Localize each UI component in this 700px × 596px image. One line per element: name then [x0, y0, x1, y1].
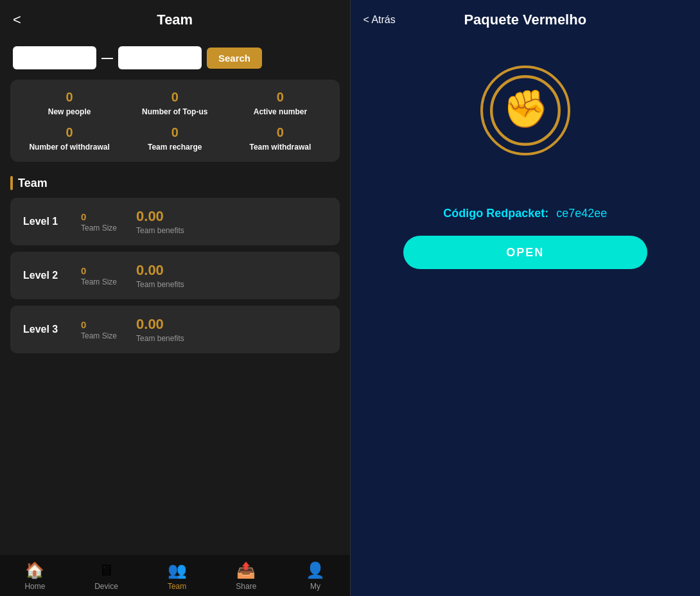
nav-item-my[interactable]: 👤 My	[306, 561, 325, 591]
stat-item: 0 Team recharge	[122, 125, 227, 152]
logo-icon: ✊	[490, 75, 561, 146]
nav-label-my: My	[310, 582, 320, 591]
level-name: Level 2	[23, 270, 62, 281]
redpacket-code-container: Código Redpacket: ce7e42ee	[443, 207, 607, 220]
search-input-from[interactable]	[13, 46, 96, 69]
nav-label-device: Device	[94, 582, 118, 591]
level-size-value: 0	[81, 265, 86, 276]
nav-label-share: Share	[236, 582, 256, 591]
nav-item-team[interactable]: 👥 Team	[168, 561, 187, 591]
stat-item: 0 Team withdrawal	[227, 125, 333, 152]
team-section-title: Team	[18, 177, 48, 190]
level-size-label: Team Size	[81, 331, 117, 340]
nav-icon-team: 👥	[168, 561, 187, 579]
right-page-title: Paquete Vermelho	[464, 12, 586, 28]
search-button[interactable]: Search	[207, 48, 262, 69]
stat-label: Team recharge	[148, 143, 202, 152]
level-cards-container: Level 1 0 Team Size 0.00 Team benefits L…	[0, 198, 350, 555]
open-button[interactable]: OPEN	[403, 236, 647, 269]
level-card: Level 2 0 Team Size 0.00 Team benefits	[10, 252, 340, 299]
right-panel: < Atrás Paquete Vermelho ✊ Código Redpac…	[351, 0, 701, 596]
stat-value: 0	[66, 125, 73, 140]
nav-icon-share: 📤	[236, 561, 256, 579]
team-section-label: Team	[0, 172, 350, 198]
left-header: < Team	[0, 0, 350, 40]
nav-label-team: Team	[168, 582, 186, 591]
stat-label: Number of withdrawal	[29, 143, 109, 152]
dash-separator: —	[101, 51, 113, 65]
stats-card: 0 New people 0 Number of Top-us 0 Active…	[10, 80, 340, 162]
level-size-value: 0	[81, 319, 86, 330]
nav-icon-device: 🖥	[98, 561, 114, 579]
nav-item-home[interactable]: 🏠 Home	[24, 561, 45, 591]
stat-item: 0 Active number	[227, 90, 333, 116]
level-benefit-label: Team benefits	[136, 334, 184, 343]
stat-label: Active number	[254, 107, 307, 116]
level-benefit-stat: 0.00 Team benefits	[136, 316, 184, 343]
level-card: Level 3 0 Team Size 0.00 Team benefits	[10, 306, 340, 353]
nav-item-share[interactable]: 📤 Share	[236, 561, 256, 591]
svg-text:✊: ✊	[502, 87, 548, 131]
left-panel: < Team — Search 0 New people 0 Number of…	[0, 0, 350, 596]
nav-icon-my: 👤	[306, 561, 325, 579]
level-size-stat: 0 Team Size	[81, 265, 117, 286]
level-size-label: Team Size	[81, 224, 117, 232]
left-back-button[interactable]: <	[13, 12, 21, 28]
nav-icon-home: 🏠	[25, 561, 44, 579]
level-benefit-label: Team benefits	[136, 280, 184, 289]
stat-value: 0	[277, 125, 284, 140]
level-benefit-value: 0.00	[136, 208, 164, 225]
level-size-value: 0	[81, 211, 86, 222]
level-name: Level 1	[23, 216, 62, 227]
bottom-nav: 🏠 Home 🖥 Device 👥 Team 📤 Share 👤 My	[0, 555, 350, 596]
stat-value: 0	[171, 125, 179, 140]
right-header: < Atrás Paquete Vermelho	[351, 0, 701, 40]
level-benefit-stat: 0.00 Team benefits	[136, 262, 184, 289]
level-size-stat: 0 Team Size	[81, 319, 117, 340]
level-benefit-stat: 0.00 Team benefits	[136, 208, 184, 235]
right-back-button[interactable]: < Atrás	[363, 14, 396, 26]
stat-label: New people	[48, 107, 91, 116]
team-bar-accent	[10, 176, 13, 190]
code-value: ce7e42ee	[556, 207, 607, 220]
logo-circle: ✊	[480, 66, 570, 155]
code-label: Código Redpacket:	[443, 207, 548, 220]
level-benefit-value: 0.00	[136, 262, 164, 279]
stat-value: 0	[277, 90, 284, 105]
level-benefit-label: Team benefits	[136, 226, 184, 235]
stat-item: 0 Number of withdrawal	[17, 125, 122, 152]
stat-value: 0	[171, 90, 179, 105]
level-benefit-value: 0.00	[136, 316, 164, 333]
level-name: Level 3	[23, 324, 62, 335]
search-input-to[interactable]	[118, 46, 202, 69]
search-bar: — Search	[0, 40, 350, 80]
stat-value: 0	[66, 90, 73, 105]
nav-item-device[interactable]: 🖥 Device	[94, 561, 118, 591]
level-size-stat: 0 Team Size	[81, 211, 117, 232]
level-size-label: Team Size	[81, 277, 117, 286]
stat-label: Team withdrawal	[250, 143, 311, 152]
left-page-title: Team	[157, 12, 193, 28]
stat-item: 0 New people	[17, 90, 122, 116]
level-card: Level 1 0 Team Size 0.00 Team benefits	[10, 198, 340, 245]
nav-label-home: Home	[24, 582, 45, 591]
stat-item: 0 Number of Top-us	[122, 90, 227, 116]
stat-label: Number of Top-us	[142, 107, 207, 116]
